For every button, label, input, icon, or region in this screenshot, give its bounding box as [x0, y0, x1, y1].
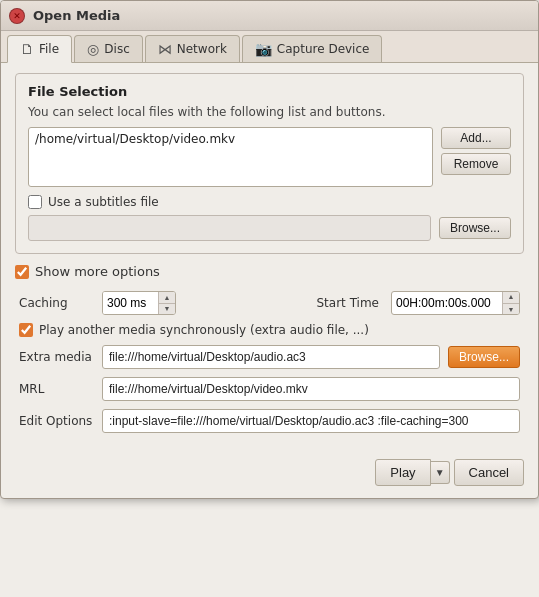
- caching-spinbox[interactable]: ▲ ▼: [102, 291, 176, 315]
- window-title: Open Media: [33, 8, 120, 23]
- file-selection-desc: You can select local files with the foll…: [28, 105, 511, 119]
- file-selection-title: File Selection: [28, 84, 511, 99]
- file-buttons: Add... Remove: [441, 127, 511, 175]
- tab-file-label: File: [39, 42, 59, 56]
- open-media-dialog: ✕ Open Media 🗋 File ◎ Disc ⋈ Network 📷 C…: [0, 0, 539, 499]
- tab-capture-label: Capture Device: [277, 42, 370, 56]
- file-icon: 🗋: [20, 41, 34, 57]
- caching-row: Caching ▲ ▼ Start Time ▲ ▼: [19, 291, 520, 315]
- caching-label: Caching: [19, 296, 94, 310]
- file-listbox[interactable]: /home/virtual/Desktop/video.mkv: [28, 127, 433, 187]
- subtitle-path-input[interactable]: [28, 215, 431, 241]
- play-button[interactable]: Play: [375, 459, 430, 486]
- tab-network[interactable]: ⋈ Network: [145, 35, 240, 62]
- caching-arrows: ▲ ▼: [158, 292, 175, 314]
- mrl-input[interactable]: [102, 377, 520, 401]
- more-options-area: Caching ▲ ▼ Start Time ▲ ▼: [15, 291, 524, 433]
- caching-down-arrow[interactable]: ▼: [159, 304, 175, 315]
- subtitles-label: Use a subtitles file: [48, 195, 159, 209]
- play-dropdown-button[interactable]: ▼: [431, 461, 450, 484]
- disc-icon: ◎: [87, 41, 99, 57]
- main-content: File Selection You can select local file…: [1, 63, 538, 451]
- tab-disc-label: Disc: [104, 42, 129, 56]
- tab-file[interactable]: 🗋 File: [7, 35, 72, 63]
- sync-label: Play another media synchronously (extra …: [39, 323, 369, 337]
- subtitle-browse-button[interactable]: Browse...: [439, 217, 511, 239]
- edit-options-row: Edit Options: [19, 409, 520, 433]
- mrl-row: MRL: [19, 377, 520, 401]
- network-icon: ⋈: [158, 41, 172, 57]
- edit-options-input[interactable]: [102, 409, 520, 433]
- extra-media-row: Extra media Browse...: [19, 345, 520, 369]
- titlebar: ✕ Open Media: [1, 1, 538, 31]
- show-more-checkbox[interactable]: [15, 265, 29, 279]
- tabs-bar: 🗋 File ◎ Disc ⋈ Network 📷 Capture Device: [1, 31, 538, 63]
- close-button[interactable]: ✕: [9, 8, 25, 24]
- tab-disc[interactable]: ◎ Disc: [74, 35, 143, 62]
- tab-capture[interactable]: 📷 Capture Device: [242, 35, 383, 62]
- play-group: Play ▼: [375, 459, 449, 486]
- sync-checkbox[interactable]: [19, 323, 33, 337]
- file-path-item: /home/virtual/Desktop/video.mkv: [35, 132, 426, 146]
- caching-input[interactable]: [103, 292, 158, 314]
- remove-button[interactable]: Remove: [441, 153, 511, 175]
- file-list-area: /home/virtual/Desktop/video.mkv Add... R…: [28, 127, 511, 187]
- extra-media-browse-button[interactable]: Browse...: [448, 346, 520, 368]
- capture-icon: 📷: [255, 41, 272, 57]
- titlebar-buttons: ✕: [9, 8, 25, 24]
- subtitles-checkbox[interactable]: [28, 195, 42, 209]
- extra-media-input[interactable]: [102, 345, 440, 369]
- file-selection-section: File Selection You can select local file…: [15, 73, 524, 254]
- caching-up-arrow[interactable]: ▲: [159, 292, 175, 304]
- start-time-label: Start Time: [314, 296, 379, 310]
- bottom-bar: Play ▼ Cancel: [1, 451, 538, 498]
- start-time-input[interactable]: [392, 294, 502, 312]
- start-time-up-arrow[interactable]: ▲: [503, 291, 519, 304]
- sync-row: Play another media synchronously (extra …: [19, 323, 520, 337]
- tab-network-label: Network: [177, 42, 227, 56]
- cancel-button[interactable]: Cancel: [454, 459, 524, 486]
- start-time-arrows: ▲ ▼: [502, 291, 519, 315]
- add-button[interactable]: Add...: [441, 127, 511, 149]
- edit-options-label: Edit Options: [19, 414, 94, 428]
- start-time-down-arrow[interactable]: ▼: [503, 304, 519, 316]
- show-more-text: Show more options: [35, 264, 160, 279]
- extra-media-label: Extra media: [19, 350, 94, 364]
- show-more-label: Show more options: [35, 264, 160, 279]
- subtitle-input-row: Browse...: [28, 215, 511, 241]
- subtitles-checkbox-row: Use a subtitles file: [28, 195, 511, 209]
- mrl-label: MRL: [19, 382, 94, 396]
- start-time-input-group[interactable]: ▲ ▼: [391, 291, 520, 315]
- show-more-row: Show more options: [15, 264, 524, 279]
